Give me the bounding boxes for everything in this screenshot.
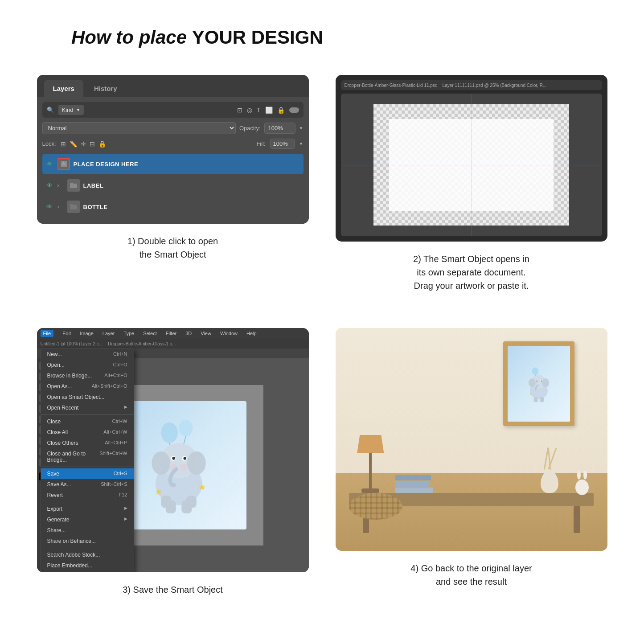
lock-artboard-icon[interactable]: ⊟: [90, 140, 95, 148]
svg-point-14: [172, 457, 175, 459]
menu-window[interactable]: Window: [220, 331, 238, 336]
layers-tabs: Layers History: [37, 75, 309, 97]
book-2: [395, 481, 429, 487]
svg-point-1: [63, 163, 64, 164]
step3-caption: 3) Save the Smart Object: [123, 583, 223, 596]
menu-view[interactable]: View: [201, 331, 211, 336]
menu-save[interactable]: Save Ctrl+S: [41, 468, 134, 479]
lock-move-icon[interactable]: ✛: [81, 140, 86, 148]
menu-close[interactable]: Close Ctrl+W: [41, 416, 134, 427]
bunny-ear-right: [583, 471, 587, 480]
menu-open-smart[interactable]: Open as Smart Object...: [41, 392, 134, 402]
menu-open-recent[interactable]: Open Recent: [41, 402, 134, 413]
menu-open[interactable]: Open... Ctrl+O: [41, 360, 134, 370]
menu-place-embedded[interactable]: Place Embedded...: [41, 560, 134, 571]
fill-input[interactable]: [270, 139, 295, 149]
lamp-base: [361, 488, 379, 493]
file-menu-dropdown: New... Ctrl+N Open... Ctrl+O Browse in B…: [41, 349, 134, 572]
menu-help[interactable]: Help: [246, 331, 257, 336]
shape-filter-icon[interactable]: ⬜: [265, 107, 273, 114]
layer-thumb-bottle: [67, 201, 80, 213]
tab-untitled[interactable]: Untitled-1 @ 100% (Layer 2 c...: [41, 341, 103, 346]
menu-close-all[interactable]: Close All Alt+Ctrl+W: [41, 427, 134, 438]
adjustment-filter-icon[interactable]: ◎: [247, 107, 252, 114]
lock-pixel-icon[interactable]: ⊞: [61, 140, 66, 148]
step4-caption: 4) Go back to the original layerand see …: [410, 562, 532, 588]
search-icon: 🔍: [47, 107, 54, 113]
menu-3d[interactable]: 3D: [185, 331, 192, 336]
menu-share-behance[interactable]: Share on Behance...: [41, 536, 134, 546]
menu-generate[interactable]: Generate: [41, 514, 134, 525]
lock-icons: ⊞ ✏️ ✛ ⊟ 🔒: [61, 140, 106, 148]
vase-plant: [541, 447, 558, 470]
type-filter-icon[interactable]: T: [257, 107, 261, 114]
svg-point-20: [532, 367, 538, 375]
svg-point-3: [179, 419, 193, 436]
toggle-filter-icon[interactable]: [289, 107, 299, 113]
menu-file[interactable]: File: [41, 330, 54, 337]
menu-close-others[interactable]: Close Others Alt+Ctrl+P: [41, 438, 134, 448]
eye-icon-bottle[interactable]: 👁: [45, 202, 54, 211]
wall-frame: [503, 341, 574, 426]
step1-caption: 1) Double click to openthe Smart Object: [127, 234, 218, 261]
menu-divider-2: [41, 467, 134, 467]
menu-share[interactable]: Share...: [41, 525, 134, 536]
menu-revert[interactable]: Revert F12: [41, 490, 134, 500]
step3-cell: File Edit Image Layer Type Select Filter…: [37, 328, 309, 596]
menu-browse[interactable]: Browse in Bridge... Alt+Ctrl+O: [41, 370, 134, 381]
lock-label: Lock:: [42, 140, 56, 147]
layer-row-design[interactable]: 👁 PLACE DESIGN HERE: [42, 154, 304, 174]
lamp-shade: [357, 435, 384, 453]
menu-search-stock[interactable]: Search Adobe Stock...: [41, 550, 134, 560]
blend-mode-select[interactable]: Normal: [42, 122, 236, 134]
tab-history[interactable]: History: [85, 80, 126, 97]
layer-row-bottle[interactable]: 👁 › BOTTLE: [42, 197, 304, 217]
layer-row-label[interactable]: 👁 › LABEL: [42, 176, 304, 195]
svg-point-8: [152, 451, 171, 475]
menu-export[interactable]: Export: [41, 504, 134, 514]
menu-place-linked[interactable]: Place Linked...: [41, 571, 134, 572]
menu-divider-4: [41, 548, 134, 548]
menu-save-as[interactable]: Save As... Shift+Ctrl+S: [41, 479, 134, 490]
chevron-down-icon: ▼: [76, 107, 81, 112]
svg-rect-19: [186, 496, 197, 508]
svg-point-24: [529, 378, 536, 387]
blend-opacity-row: Normal Opacity: ▼: [42, 122, 304, 134]
ps-canvas-screenshot: Dropper-Bottle-Amber-Glass-Plastic-Lid 1…: [336, 75, 607, 242]
lock-all-icon[interactable]: 🔒: [98, 140, 106, 148]
frame-artwork: [508, 346, 570, 422]
layers-body: 🔍 Kind ▼ ⊡ ◎ T ⬜ 🔒: [37, 97, 309, 224]
layer-thumb-smart: [57, 158, 70, 170]
lock-paint-icon[interactable]: ✏️: [70, 140, 77, 148]
opacity-input[interactable]: [264, 123, 295, 134]
book-3: [395, 488, 433, 493]
smart-filter-icon[interactable]: 🔒: [277, 107, 285, 114]
kind-filter[interactable]: Kind ▼: [58, 105, 84, 115]
bunny-body: [575, 480, 589, 495]
svg-rect-30: [534, 397, 538, 402]
eye-icon-design[interactable]: 👁: [45, 160, 54, 168]
step4-cell: 4) Go back to the original layerand see …: [336, 328, 607, 596]
svg-point-11: [180, 464, 188, 472]
menu-filter[interactable]: Filter: [166, 331, 176, 336]
menu-type[interactable]: Type: [123, 331, 134, 336]
eye-icon-label[interactable]: 👁: [45, 181, 54, 190]
book-1: [395, 475, 431, 480]
layer-expand-bottle[interactable]: ›: [57, 204, 64, 210]
opacity-chevron-icon: ▼: [299, 126, 304, 131]
menu-new[interactable]: New... Ctrl+N: [41, 349, 134, 360]
layer-name-design: PLACE DESIGN HERE: [74, 161, 139, 168]
layers-panel-screenshot: Layers History 🔍 Kind ▼ ⊡ ◎: [37, 75, 309, 224]
menu-edit[interactable]: Edit: [62, 331, 71, 336]
tab-dropper[interactable]: Dropper-Bottle-Amber-Glass-1 p...: [108, 341, 176, 346]
menu-open-as[interactable]: Open As... Alt+Shift+Ctrl+O: [41, 381, 134, 392]
layer-expand-label[interactable]: ›: [57, 182, 64, 189]
tab-layers[interactable]: Layers: [44, 80, 83, 97]
menu-close-bridge[interactable]: Close and Go to Bridge... Shift+Ctrl+W: [41, 448, 134, 465]
ps-menu-bar: File Edit Image Layer Type Select Filter…: [37, 328, 309, 339]
menu-image[interactable]: Image: [80, 331, 94, 336]
menu-select[interactable]: Select: [143, 331, 157, 336]
menu-layer[interactable]: Layer: [103, 331, 115, 336]
room-photo: [336, 328, 607, 551]
pixel-filter-icon[interactable]: ⊡: [237, 107, 242, 114]
